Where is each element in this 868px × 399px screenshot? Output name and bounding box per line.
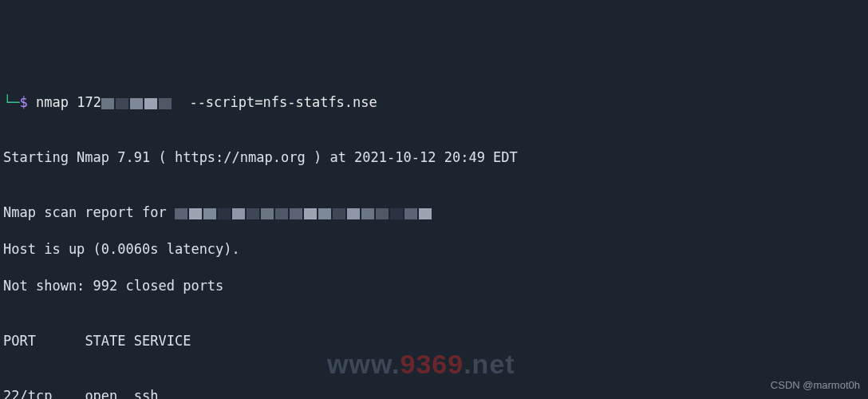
prompt-line[interactable]: └─$ nmap 172 --script=nfs-statfs.nse bbox=[3, 93, 865, 112]
output-report-line: Nmap scan report for bbox=[3, 203, 865, 222]
report-prefix: Nmap scan report for bbox=[3, 204, 175, 220]
start-prefix: Starting Nmap 7.91 ( https://nmap.org ) … bbox=[3, 149, 354, 165]
header-state: STATE bbox=[85, 333, 125, 349]
redacted-host bbox=[175, 206, 433, 217]
prompt-arrow-icon: └─ bbox=[3, 94, 19, 110]
watermark-n: .net bbox=[464, 349, 515, 379]
redacted-ip bbox=[101, 96, 173, 107]
port-row: 22/tcp open ssh bbox=[3, 387, 865, 399]
header-port: PORT bbox=[3, 333, 36, 349]
watermark-d: 9369 bbox=[400, 349, 464, 379]
port-cell: 22/tcp bbox=[3, 388, 52, 399]
output-start-line: Starting Nmap 7.91 ( https://nmap.org ) … bbox=[3, 148, 865, 167]
watermark-site: www.9369.net bbox=[327, 355, 515, 373]
ports-header: PORT STATE SERVICE bbox=[3, 332, 865, 350]
command-bin: nmap bbox=[36, 94, 69, 110]
prompt-dollar: $ bbox=[19, 94, 27, 110]
watermark-w: www. bbox=[327, 349, 400, 379]
start-timestamp: 2021-10-12 20:49 EDT bbox=[354, 149, 518, 165]
command-flag: --script=nfs-statfs.nse bbox=[189, 94, 377, 110]
header-service: SERVICE bbox=[134, 333, 191, 349]
command-arg-ip: 172 bbox=[77, 94, 101, 110]
output-host-line: Host is up (0.0060s latency). bbox=[3, 240, 865, 259]
service-cell: ssh bbox=[134, 388, 159, 399]
state-cell: open bbox=[85, 388, 117, 399]
output-notshown-line: Not shown: 992 closed ports bbox=[3, 277, 865, 295]
